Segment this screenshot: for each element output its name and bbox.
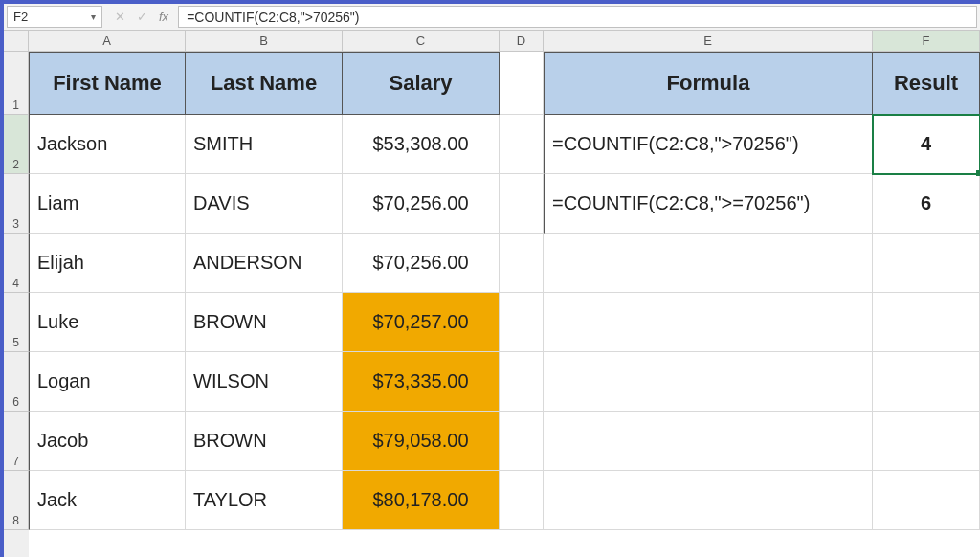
row-header[interactable]: 3 xyxy=(4,174,29,234)
cell-last-name[interactable]: SMITH xyxy=(186,115,343,174)
column-header[interactable]: D xyxy=(500,31,544,52)
cell-salary[interactable]: $80,178.00 xyxy=(343,471,500,530)
cell-result-selected[interactable]: 4 xyxy=(873,115,980,174)
row-header[interactable]: 1 xyxy=(4,52,29,115)
cell[interactable] xyxy=(500,293,544,352)
column-headers: A B C D E F xyxy=(29,31,980,52)
cell-first-name[interactable]: Luke xyxy=(29,293,186,352)
name-box-value: F2 xyxy=(13,10,28,24)
row-header-column: 1 2 3 4 5 6 7 8 xyxy=(4,31,29,557)
cell-last-name[interactable]: DAVIS xyxy=(186,174,343,234)
formula-text: =COUNTIF(C2:C8,">70256") xyxy=(187,10,359,25)
row-header[interactable]: 5 xyxy=(4,293,29,352)
cell-result[interactable]: 6 xyxy=(873,174,980,234)
row-header[interactable]: 8 xyxy=(4,471,29,530)
row-header[interactable]: 4 xyxy=(4,234,29,293)
spreadsheet-grid: 1 2 3 4 5 6 7 8 A B C D E F First Name L… xyxy=(4,31,980,557)
cell-last-name[interactable]: TAYLOR xyxy=(186,471,343,530)
formula-input[interactable]: =COUNTIF(C2:C8,">70256") xyxy=(178,6,977,28)
cell[interactable] xyxy=(500,234,544,293)
cell[interactable] xyxy=(500,471,544,530)
cell[interactable] xyxy=(873,293,980,352)
header-first-name[interactable]: First Name xyxy=(29,52,186,115)
name-box-dropdown-icon[interactable]: ▾ xyxy=(91,11,96,22)
cell[interactable] xyxy=(873,471,980,530)
cell-salary[interactable]: $70,256.00 xyxy=(343,174,500,234)
cell-first-name[interactable]: Logan xyxy=(29,352,186,412)
header-formula[interactable]: Formula xyxy=(544,52,873,115)
cancel-icon[interactable]: ✕ xyxy=(115,10,125,24)
column-header[interactable]: C xyxy=(343,31,500,52)
table-row: Logan WILSON $73,335.00 xyxy=(29,352,980,412)
column-header[interactable]: F xyxy=(873,31,980,52)
cell-formula[interactable]: =COUNTIF(C2:C8,">70256") xyxy=(544,115,873,174)
column-header[interactable]: A xyxy=(29,31,186,52)
cell-formula[interactable]: =COUNTIF(C2:C8,">=70256") xyxy=(544,174,873,234)
rows: First Name Last Name Salary Formula Resu… xyxy=(29,52,980,530)
cell[interactable] xyxy=(873,412,980,471)
row-header[interactable]: 6 xyxy=(4,352,29,412)
table-row: Luke BROWN $70,257.00 xyxy=(29,293,980,352)
row-header[interactable]: 7 xyxy=(4,412,29,471)
cell[interactable] xyxy=(544,471,873,530)
header-result[interactable]: Result xyxy=(873,52,980,115)
header-last-name[interactable]: Last Name xyxy=(186,52,343,115)
enter-icon[interactable]: ✓ xyxy=(137,10,147,24)
cell[interactable] xyxy=(500,174,544,234)
cell[interactable] xyxy=(873,234,980,293)
cell-last-name[interactable]: ANDERSON xyxy=(186,234,343,293)
cell-first-name[interactable]: Elijah xyxy=(29,234,186,293)
cell[interactable] xyxy=(500,52,544,115)
table-row: Elijah ANDERSON $70,256.00 xyxy=(29,234,980,293)
cell-last-name[interactable]: BROWN xyxy=(186,293,343,352)
cell[interactable] xyxy=(500,352,544,412)
table-row: Jackson SMITH $53,308.00 =COUNTIF(C2:C8,… xyxy=(29,115,980,174)
cell-last-name[interactable]: WILSON xyxy=(186,352,343,412)
table-row: First Name Last Name Salary Formula Resu… xyxy=(29,52,980,115)
table-row: Jack TAYLOR $80,178.00 xyxy=(29,471,980,530)
cell[interactable] xyxy=(544,412,873,471)
table-row: Liam DAVIS $70,256.00 =COUNTIF(C2:C8,">=… xyxy=(29,174,980,234)
select-all-corner[interactable] xyxy=(4,31,29,52)
column-header[interactable]: E xyxy=(544,31,873,52)
name-box[interactable]: F2 ▾ xyxy=(7,6,102,28)
cell-salary[interactable]: $53,308.00 xyxy=(343,115,500,174)
sheet-area: A B C D E F First Name Last Name Salary … xyxy=(29,31,980,557)
cell[interactable] xyxy=(500,115,544,174)
formula-bar: F2 ▾ ✕ ✓ fx =COUNTIF(C2:C8,">70256") xyxy=(4,4,980,31)
cell[interactable] xyxy=(544,293,873,352)
cell-salary[interactable]: $70,257.00 xyxy=(343,293,500,352)
table-row: Jacob BROWN $79,058.00 xyxy=(29,412,980,471)
cell[interactable] xyxy=(500,412,544,471)
row-header[interactable]: 2 xyxy=(4,115,29,174)
cell[interactable] xyxy=(544,352,873,412)
cell-first-name[interactable]: Jackson xyxy=(29,115,186,174)
cell[interactable] xyxy=(873,352,980,412)
cell[interactable] xyxy=(544,234,873,293)
cell-last-name[interactable]: BROWN xyxy=(186,412,343,471)
cell-first-name[interactable]: Jack xyxy=(29,471,186,530)
cell-salary[interactable]: $73,335.00 xyxy=(343,352,500,412)
formula-bar-icons: ✕ ✓ fx xyxy=(105,4,178,30)
header-salary[interactable]: Salary xyxy=(343,52,500,115)
column-header[interactable]: B xyxy=(186,31,343,52)
cell-first-name[interactable]: Jacob xyxy=(29,412,186,471)
fx-icon[interactable]: fx xyxy=(159,10,168,24)
cell-first-name[interactable]: Liam xyxy=(29,174,186,234)
cell-salary[interactable]: $70,256.00 xyxy=(343,234,500,293)
cell-salary[interactable]: $79,058.00 xyxy=(343,412,500,471)
